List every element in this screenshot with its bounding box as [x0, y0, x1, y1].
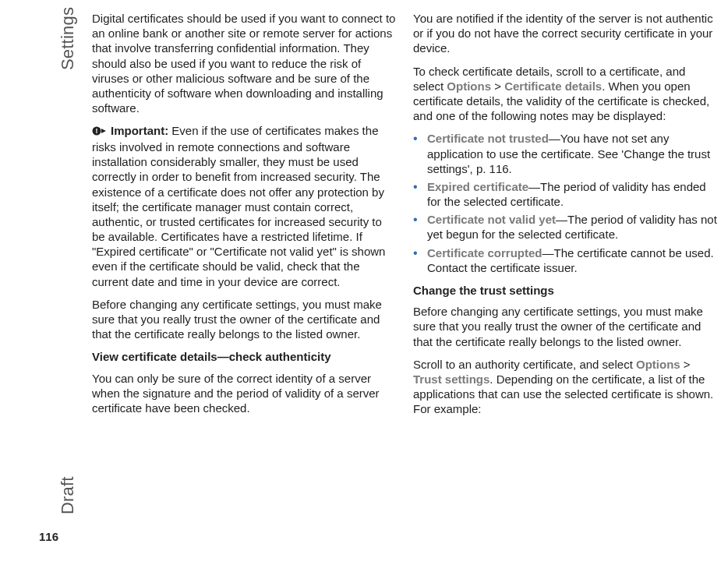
paragraph: You are notified if the identity of the … [413, 11, 717, 56]
important-note: ! Important: Even if the use of certific… [92, 123, 396, 289]
bullet-icon: • [413, 245, 427, 260]
bullet-icon: • [413, 212, 427, 227]
subheading-change-trust: Change the trust settings [413, 283, 717, 298]
page: Settings Draft 116 Digital certificates … [0, 0, 728, 572]
subheading-view-details: View certificate details—check authentic… [92, 349, 396, 364]
paragraph: To check certificate details, scroll to … [413, 64, 717, 124]
status-term: Certificate not valid yet [427, 213, 556, 226]
important-body: Even if the use of certificates makes th… [92, 124, 385, 288]
status-list: • Certificate not trusted—You have not s… [413, 131, 717, 275]
text: > [680, 358, 691, 371]
list-item: • Certificate not valid yet—The period o… [413, 212, 717, 242]
list-item-body: Expired certificate—The period of validi… [427, 179, 717, 209]
section-header: Settings [58, 7, 78, 70]
status-term: Expired certificate [427, 180, 528, 193]
paragraph: You can only be sure of the correct iden… [92, 371, 396, 416]
list-item-body: Certificate corrupted—The certificate ca… [427, 245, 717, 275]
menu-options-label: Options [447, 79, 491, 93]
menu-certificate-details-label: Certificate details [504, 79, 602, 93]
important-icon: ! [92, 125, 108, 139]
svg-text:!: ! [96, 127, 98, 135]
column-right: You are notified if the identity of the … [413, 11, 717, 517]
draft-watermark: Draft [58, 476, 78, 514]
page-number: 116 [39, 530, 58, 543]
list-item: • Certificate not trusted—You have not s… [413, 131, 717, 176]
bullet-icon: • [413, 179, 427, 194]
menu-trust-settings-label: Trust settings [413, 373, 489, 386]
text: > [491, 79, 504, 93]
bullet-icon: • [413, 131, 427, 146]
list-item: • Expired certificate—The period of vali… [413, 179, 717, 209]
list-item-body: Certificate not trusted—You have not set… [427, 131, 717, 176]
paragraph: Before changing any certificate settings… [92, 297, 396, 342]
important-label: Important: [111, 124, 168, 137]
content-columns: Digital certificates should be used if y… [92, 11, 717, 517]
paragraph: Digital certificates should be used if y… [92, 11, 396, 115]
status-term: Certificate not trusted [427, 132, 549, 145]
paragraph: Before changing any certificate settings… [413, 304, 717, 349]
text: Scroll to an authority certificate, and … [413, 358, 636, 371]
paragraph: Scroll to an authority certificate, and … [413, 357, 717, 417]
side-rail: Settings Draft 116 [0, 0, 70, 572]
status-term: Certificate corrupted [427, 246, 542, 260]
column-left: Digital certificates should be used if y… [92, 11, 396, 517]
list-item-body: Certificate not valid yet—The period of … [427, 212, 717, 242]
list-item: • Certificate corrupted—The certificate … [413, 245, 717, 275]
menu-options-label: Options [636, 358, 680, 371]
